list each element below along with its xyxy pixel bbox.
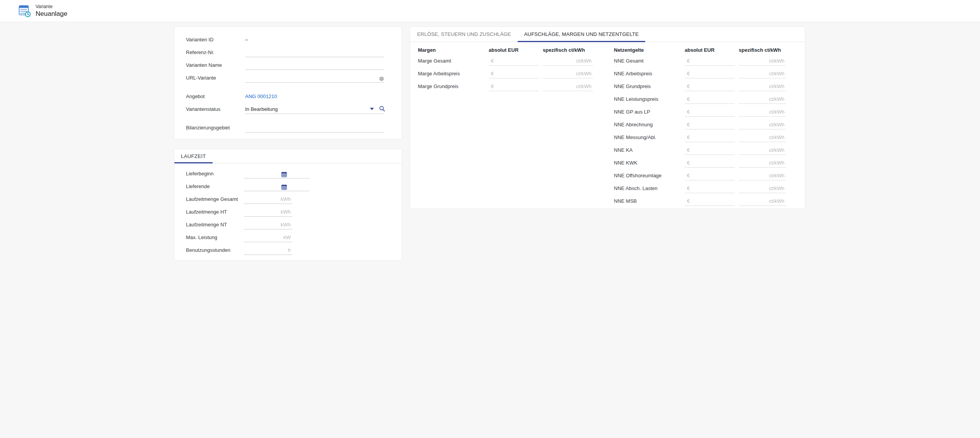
calendar-icon[interactable] bbox=[281, 184, 287, 190]
laufzeitmenge-ht-input[interactable]: kWh bbox=[244, 207, 292, 217]
field-referenz-nr: Referenz-Nr. bbox=[186, 46, 384, 59]
field-label: Variantenstatus bbox=[186, 106, 245, 112]
variant-app-icon bbox=[19, 4, 31, 17]
field-lieferende: Lieferende bbox=[186, 180, 402, 193]
field-benutzungsstunden: Benutzungsstundenh bbox=[186, 244, 402, 256]
select-value: In Bearbeitung bbox=[245, 106, 300, 112]
price-row-nne-messung-abl: NNE Messung/Abl.€ct/kWh bbox=[614, 131, 786, 144]
nne-abrechnung-spezifisch-input[interactable]: ct/kWh bbox=[739, 120, 786, 129]
nne-grundpreis-absolut-eur-input[interactable]: € bbox=[685, 81, 735, 91]
lieferende-date-input[interactable] bbox=[244, 182, 310, 191]
chevron-down-icon[interactable] bbox=[370, 108, 374, 110]
field-varianten-name: Varianten Name bbox=[186, 59, 384, 71]
nne-gp-aus-lp-absolut-eur-input[interactable]: € bbox=[685, 107, 735, 117]
tab-erloese-steuern-zuschlaege[interactable]: ERLÖSE, STEUERN UND ZUSCHLÄGE bbox=[411, 27, 518, 42]
app-subtitle: Variante bbox=[36, 4, 67, 10]
nne-offshoreumlage-spezifisch-input[interactable]: ct/kWh bbox=[739, 171, 786, 180]
price-row-nne-gesamt: NNE Gesamt€ct/kWh bbox=[614, 54, 786, 67]
nne-leistungspreis-spezifisch-input[interactable]: ct/kWh bbox=[739, 94, 786, 104]
app-title-block: Variante Neuanlage bbox=[36, 4, 67, 18]
value-help-search-icon[interactable] bbox=[379, 105, 385, 112]
nne-absch-lasten-absolut-eur-input[interactable]: € bbox=[685, 183, 735, 193]
marge-gesamt-absolut-eur-input[interactable]: € bbox=[489, 56, 539, 66]
laufzeitmenge-gesamt-input[interactable]: kWh bbox=[244, 194, 292, 204]
bilanzierungsgebiet-input[interactable] bbox=[245, 123, 384, 132]
field-lieferbeginn: Lieferbeginn bbox=[186, 167, 402, 180]
price-group-netzentgelte: Netzentgelteabsolut EURspezifisch ct/kWh… bbox=[614, 45, 786, 207]
row-label: NNE GP aus LP bbox=[614, 109, 685, 115]
row-label: NNE Abrechnung bbox=[614, 122, 685, 127]
benutzungsstunden-input[interactable]: h bbox=[244, 245, 292, 255]
nne-leistungspreis-absolut-eur-input[interactable]: € bbox=[685, 94, 735, 104]
nne-msb-absolut-eur-input[interactable]: € bbox=[685, 196, 735, 206]
nne-arbeitspreis-spezifisch-input[interactable]: ct/kWh bbox=[739, 69, 786, 78]
application-window: Variante Neuanlage Varianten ID–Referenz… bbox=[0, 0, 980, 438]
price-row-nne-arbeitspreis: NNE Arbeitspreis€ct/kWh bbox=[614, 67, 786, 80]
nne-ka-absolut-eur-input[interactable]: € bbox=[685, 145, 735, 155]
details-form: Varianten ID–Referenz-Nr.Varianten NameU… bbox=[186, 33, 384, 134]
marge-arbeitspreis-absolut-eur-input[interactable]: € bbox=[489, 69, 539, 78]
marge-gesamt-spezifisch-input[interactable]: ct/kWh bbox=[543, 56, 593, 66]
laufzeit-panel: LAUFZEIT LieferbeginnLieferendeLaufzeitm… bbox=[174, 149, 402, 261]
page-title: Neuanlage bbox=[36, 10, 67, 18]
lieferbeginn-date-input[interactable] bbox=[244, 169, 310, 178]
currency-placeholder: € bbox=[489, 58, 494, 64]
currency-placeholder: € bbox=[685, 96, 690, 102]
col-header-absolut-eur: absolut EUR bbox=[489, 47, 539, 53]
nne-messung-abl-spezifisch-input[interactable]: ct/kWh bbox=[739, 132, 786, 142]
calendar-icon[interactable] bbox=[281, 171, 287, 177]
field-label: Laufzeitmenge Gesamt bbox=[186, 196, 244, 202]
nne-offshoreumlage-absolut-eur-input[interactable]: € bbox=[685, 171, 735, 180]
referenz-nr-input[interactable] bbox=[245, 48, 384, 57]
nne-grundpreis-spezifisch-input[interactable]: ct/kWh bbox=[739, 81, 786, 91]
field-label: Lieferende bbox=[186, 183, 244, 189]
nne-kwk-spezifisch-input[interactable]: ct/kWh bbox=[739, 158, 786, 168]
unit-placeholder: kWh bbox=[281, 222, 292, 227]
nne-msb-spezifisch-input[interactable]: ct/kWh bbox=[739, 196, 786, 206]
unit-placeholder: ct/kWh bbox=[576, 58, 593, 64]
max-leistung-input[interactable]: kW bbox=[244, 233, 292, 242]
variant-details-panel: Varianten ID–Referenz-Nr.Varianten NameU… bbox=[174, 26, 402, 139]
calendar-icon-glyph bbox=[281, 171, 287, 177]
nne-kwk-absolut-eur-input[interactable]: € bbox=[685, 158, 735, 168]
nne-abrechnung-absolut-eur-input[interactable]: € bbox=[685, 120, 735, 129]
nne-ka-spezifisch-input[interactable]: ct/kWh bbox=[739, 145, 786, 155]
url-variante-input[interactable] bbox=[245, 73, 384, 83]
field-label: Laufzeitmenge NT bbox=[186, 222, 244, 227]
laufzeitmenge-nt-input[interactable]: kWh bbox=[244, 220, 292, 229]
nne-gp-aus-lp-spezifisch-input[interactable]: ct/kWh bbox=[739, 107, 786, 117]
unit-placeholder: h bbox=[288, 247, 292, 253]
nne-gesamt-spezifisch-input[interactable]: ct/kWh bbox=[739, 56, 786, 66]
currency-placeholder: € bbox=[685, 71, 690, 76]
unit-placeholder: ct/kWh bbox=[769, 185, 786, 191]
unit-placeholder: ct/kWh bbox=[769, 173, 786, 178]
column-header-row: Netzentgelteabsolut EURspezifisch ct/kWh bbox=[614, 45, 786, 54]
col-header-spezifisch-ct-kwh: spezifisch ct/kWh bbox=[739, 47, 786, 53]
field-value: – bbox=[245, 35, 384, 44]
field-angebot: AngebotANG 0001210 bbox=[186, 90, 384, 103]
tab-laufzeit[interactable]: LAUFZEIT bbox=[174, 149, 213, 163]
variantenstatus-select[interactable]: In Bearbeitung bbox=[245, 104, 384, 114]
field-label: URL-Variante bbox=[186, 75, 245, 81]
field-laufzeitmenge-gesamt: Laufzeitmenge GesamtkWh bbox=[186, 193, 402, 205]
varianten-name-input[interactable] bbox=[245, 60, 384, 70]
nne-gesamt-absolut-eur-input[interactable]: € bbox=[685, 56, 735, 66]
group-heading-netzentgelte: Netzentgelte bbox=[614, 47, 685, 53]
field-label: Benutzungsstunden bbox=[186, 247, 244, 253]
group-spacer bbox=[186, 84, 384, 90]
nne-arbeitspreis-absolut-eur-input[interactable]: € bbox=[685, 69, 735, 78]
nne-absch-lasten-spezifisch-input[interactable]: ct/kWh bbox=[739, 183, 786, 193]
marge-grundpreis-absolut-eur-input[interactable]: € bbox=[489, 81, 539, 91]
laufzeit-tab-strip: LAUFZEIT bbox=[174, 149, 402, 163]
field-label: Lieferbeginn bbox=[186, 171, 244, 177]
nne-messung-abl-absolut-eur-input[interactable]: € bbox=[685, 132, 735, 142]
col-header-spezifisch-ct-kwh: spezifisch ct/kWh bbox=[543, 47, 593, 53]
price-row-nne-gp-aus-lp: NNE GP aus LP€ct/kWh bbox=[614, 105, 786, 118]
row-label: NNE KWK bbox=[614, 160, 685, 166]
tab-aufschlaege-margen-netzentgelte[interactable]: AUFSCHLÄGE, MARGEN UND NETZENTGELTE bbox=[518, 27, 645, 42]
marge-grundpreis-spezifisch-input[interactable]: ct/kWh bbox=[543, 81, 593, 91]
angebot-link[interactable]: ANG 0001210 bbox=[245, 93, 277, 99]
unit-placeholder: kW bbox=[283, 234, 292, 240]
price-row-marge-arbeitspreis: Marge Arbeitspreis€ct/kWh bbox=[418, 67, 593, 80]
marge-arbeitspreis-spezifisch-input[interactable]: ct/kWh bbox=[543, 69, 593, 78]
